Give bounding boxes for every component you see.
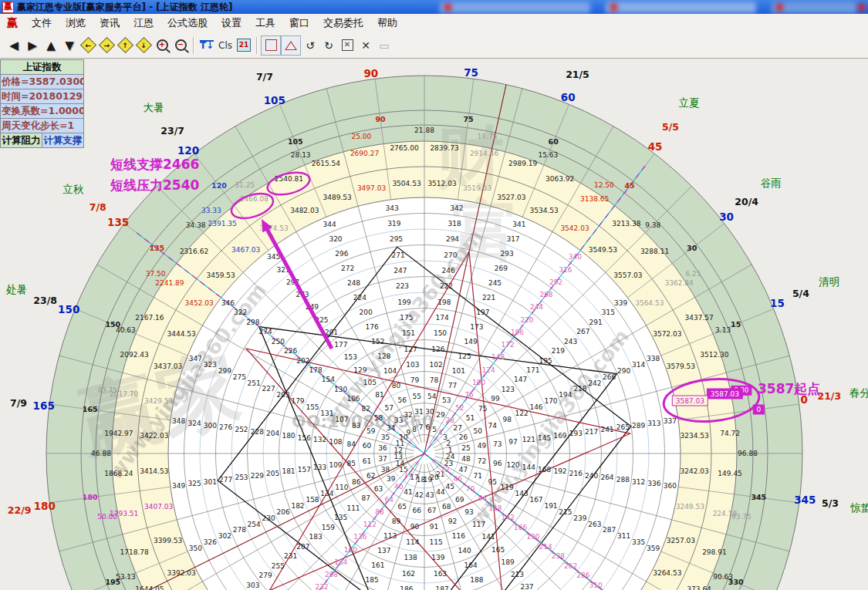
svg-text:3.13: 3.13 [715, 326, 731, 334]
svg-text:3512.03: 3512.03 [427, 180, 456, 187]
svg-text:95: 95 [488, 478, 496, 486]
svg-text:184: 184 [334, 558, 347, 566]
calc-support-button[interactable]: 计算支撑 [42, 133, 84, 148]
svg-text:324: 324 [188, 420, 201, 427]
svg-text:268: 268 [539, 291, 552, 298]
svg-text:317: 317 [506, 235, 519, 243]
svg-text:132: 132 [313, 436, 326, 443]
calendar-icon[interactable]: 21 [235, 36, 253, 55]
svg-text:120: 120 [177, 144, 199, 157]
svg-text:219: 219 [552, 347, 565, 355]
svg-text:263: 263 [588, 521, 601, 528]
svg-text:301: 301 [204, 478, 217, 486]
svg-text:195: 195 [539, 357, 552, 365]
svg-text:60: 60 [561, 91, 576, 103]
svg-text:238: 238 [552, 552, 565, 560]
menu-item-2[interactable]: 浏览 [59, 16, 93, 30]
diamond-up-icon[interactable]: ↑ [116, 36, 134, 55]
svg-text:311: 311 [617, 532, 630, 540]
svg-text:341: 341 [512, 221, 525, 228]
svg-text:247: 247 [393, 267, 407, 275]
svg-text:165: 165 [491, 546, 505, 554]
svg-text:124: 124 [482, 366, 495, 374]
svg-text:174: 174 [436, 314, 449, 322]
svg-text:谷雨: 谷雨 [761, 177, 782, 189]
svg-text:322: 322 [234, 308, 247, 316]
svg-text:96.88: 96.88 [738, 450, 758, 457]
svg-text:244: 244 [530, 303, 543, 311]
svg-text:142: 142 [502, 514, 515, 521]
menu-item-6[interactable]: 设置 [214, 16, 248, 30]
svg-text:118: 118 [488, 504, 502, 512]
diamond-down-icon[interactable]: ↓ [134, 36, 153, 55]
menu-item-9[interactable]: 交易委托 [316, 16, 370, 30]
svg-text:267: 267 [576, 328, 589, 335]
svg-text:60: 60 [549, 137, 559, 146]
menu-item-5[interactable]: 公式选股 [160, 16, 214, 30]
svg-text:20/4: 20/4 [735, 196, 758, 207]
menu-item-7[interactable]: 工具 [248, 16, 282, 30]
up-arrow-icon[interactable]: ▲ [42, 36, 60, 55]
zoom-in-icon[interactable]: + [153, 36, 171, 55]
svg-text:45: 45 [445, 483, 454, 491]
svg-text:330: 330 [728, 578, 744, 586]
svg-text:25: 25 [461, 444, 470, 452]
conversion-factor-field[interactable]: 变换系数=1.00000 [0, 104, 84, 119]
svg-text:88: 88 [375, 508, 384, 516]
cls-button[interactable]: Cls [216, 36, 235, 55]
svg-text:大暑: 大暑 [144, 101, 164, 113]
svg-text:22/9: 22/9 [8, 504, 32, 516]
menu-item-3[interactable]: 资讯 [93, 16, 127, 30]
time-field[interactable]: 时间=20180129 [0, 89, 84, 104]
svg-text:110: 110 [335, 484, 348, 491]
menu-item-0[interactable]: 赢 [0, 16, 25, 30]
prev-arrow-icon[interactable]: ◀ [5, 36, 23, 55]
down-arrow-icon[interactable]: ▼ [60, 36, 79, 55]
menu-item-4[interactable]: 江恩 [127, 16, 160, 30]
svg-text:125: 125 [458, 352, 471, 360]
svg-text:254: 254 [248, 521, 261, 528]
svg-text:196: 196 [511, 329, 524, 336]
svg-text:213: 213 [511, 571, 524, 578]
svg-text:119: 119 [501, 484, 514, 491]
svg-text:3587起点: 3587起点 [758, 381, 820, 396]
step-field[interactable]: 周天变化步长=1 [0, 119, 84, 133]
svg-text:299: 299 [218, 367, 231, 375]
next-arrow-icon[interactable]: ▶ [23, 36, 42, 55]
svg-text:172: 172 [502, 341, 515, 349]
svg-text:344: 344 [323, 221, 336, 228]
svg-text:2989.19: 2989.19 [508, 160, 537, 167]
svg-text:134: 134 [320, 490, 333, 497]
square-tool-icon[interactable] [261, 35, 281, 56]
svg-text:229: 229 [251, 472, 264, 480]
rotate-cw-icon[interactable]: ↻ [319, 36, 338, 55]
svg-text:277: 277 [219, 476, 232, 484]
scale-tool-icon[interactable]: ✕ [356, 36, 375, 55]
gann-wheel-canvas[interactable]: www.yingjia360.comwww.yingjia360.comwww.… [0, 0, 868, 590]
svg-text:314: 314 [632, 361, 645, 369]
svg-text:129: 129 [353, 366, 366, 374]
snapshot-tool-icon[interactable]: ▭ [375, 36, 393, 55]
svg-text:3482.03: 3482.03 [290, 207, 319, 214]
svg-text:100: 100 [472, 379, 485, 386]
triangle-tool-icon[interactable] [281, 35, 301, 56]
diamond-left-icon[interactable]: ← [79, 36, 97, 55]
svg-text:15.63: 15.63 [538, 151, 558, 159]
svg-text:228: 228 [251, 428, 264, 436]
svg-text:160: 160 [344, 546, 357, 554]
svg-text:232: 232 [315, 583, 328, 590]
box-x-icon[interactable]: ✕ [338, 36, 356, 55]
menu-item-10[interactable]: 帮助 [370, 16, 404, 30]
price-field[interactable]: 价格=3587.0300 [0, 75, 84, 89]
svg-text:133: 133 [313, 464, 326, 471]
svg-text:47: 47 [459, 466, 468, 474]
t-down-icon[interactable]: T↓ [198, 36, 216, 55]
calc-resistance-button[interactable]: 计算阻力 [0, 133, 42, 148]
menu-item-1[interactable]: 文件 [25, 16, 59, 30]
rotate-ccw-icon[interactable]: ↺ [301, 36, 319, 55]
diamond-right-icon[interactable]: → [97, 36, 116, 55]
svg-text:79: 79 [410, 376, 420, 384]
svg-text:45: 45 [648, 140, 663, 153]
zoom-out-icon[interactable]: − [171, 36, 190, 55]
menu-item-8[interactable]: 窗口 [282, 16, 316, 30]
